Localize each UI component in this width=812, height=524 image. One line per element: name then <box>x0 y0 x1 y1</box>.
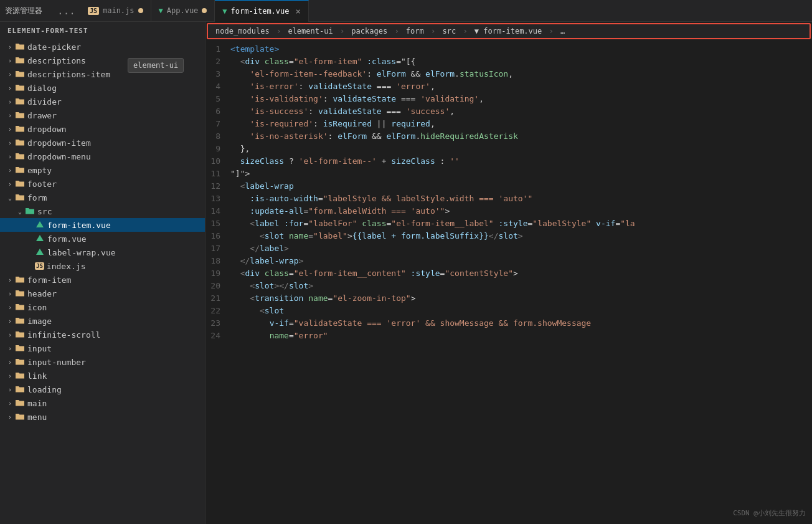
code-content: <div class="el-form-item__content" :styl… <box>230 267 807 280</box>
code-line: 20 <slot></slot> <box>205 280 812 292</box>
line-number: 3 <box>205 68 230 80</box>
code-line: 16 <slot name="label">{{label + form.lab… <box>205 230 812 242</box>
sidebar-item-src[interactable]: ⌄ src <box>0 204 205 218</box>
app-title: 资源管理器 <box>5 6 42 16</box>
breadcrumb-text: node_modules › element-ui › packages › f… <box>215 27 565 36</box>
code-content: <template> <box>230 43 807 55</box>
chevron-right-icon: › <box>5 124 15 134</box>
sidebar-item-infinite-scroll[interactable]: › infinite-scroll <box>0 328 205 341</box>
sidebar-item-link[interactable]: › link <box>0 369 205 383</box>
chevron-right-icon: › <box>5 110 15 120</box>
sidebar-item-footer[interactable]: › footer <box>0 177 205 191</box>
code-content: <label-wrap <box>230 180 807 193</box>
sidebar-label: divider <box>27 97 205 107</box>
line-number: 23 <box>205 317 230 330</box>
code-line: 17 </label> <box>205 242 812 255</box>
code-line: 21 <transition name="el-zoom-in-top"> <box>205 292 812 305</box>
code-line: 8 'is-no-asterisk': elForm && elForm.hid… <box>205 130 812 143</box>
code-line: 15 <label :for="labelFor" class="el-form… <box>205 217 812 230</box>
sidebar-item-main[interactable]: › main <box>0 396 205 410</box>
chevron-right-icon: › <box>5 398 15 408</box>
chevron-right-icon: › <box>5 302 15 312</box>
sidebar-item-menu[interactable]: › menu <box>0 410 205 424</box>
chevron-right-icon: › <box>5 384 15 394</box>
sidebar-item-form[interactable]: ⌄ form <box>0 191 205 204</box>
spacer <box>25 261 35 271</box>
sidebar-item-dialog[interactable]: › dialog <box>0 81 205 95</box>
code-line: 12 <label-wrap <box>205 180 812 193</box>
code-line: 5 'is-validating': validateState === 'va… <box>205 93 812 105</box>
sidebar-item-empty[interactable]: › empty <box>0 163 205 177</box>
chevron-right-icon: › <box>5 330 15 340</box>
sidebar-label: label-wrap.vue <box>47 248 205 257</box>
sidebar-item-divider[interactable]: › divider <box>0 95 205 108</box>
sidebar-label: form-item <box>27 275 205 285</box>
sidebar-item-dropdown-menu[interactable]: › dropdown-menu <box>0 150 205 163</box>
line-number: 4 <box>205 80 230 93</box>
code-line: 6 'is-success': validateState === 'succe… <box>205 105 812 118</box>
code-line: 24 name="error" <box>205 330 812 342</box>
chevron-right-icon: › <box>5 165 15 175</box>
sidebar-item-image[interactable]: › image <box>0 314 205 328</box>
sidebar-label: infinite-scroll <box>27 330 205 340</box>
folder-icon <box>15 138 25 148</box>
line-number: 12 <box>205 180 230 193</box>
folder-icon <box>15 275 25 285</box>
sidebar-label: src <box>37 207 205 216</box>
code-line: 10 sizeClass ? 'el-form-item--' + sizeCl… <box>205 155 812 168</box>
sidebar-item-loading[interactable]: › loading <box>0 383 205 396</box>
chevron-right-icon: › <box>5 179 15 189</box>
sidebar-label: input-number <box>27 358 205 367</box>
sidebar-item-label-wrap-vue[interactable]: label-wrap.vue <box>0 245 205 259</box>
tab-main-js[interactable]: JS main.js <box>80 0 151 22</box>
sidebar-label: loading <box>27 385 205 394</box>
code-content: 'is-error': validateState === 'error', <box>230 80 807 93</box>
line-number: 2 <box>205 55 230 68</box>
code-content: 'is-validating': validateState === 'vali… <box>230 93 807 105</box>
line-number: 15 <box>205 217 230 230</box>
close-icon[interactable]: × <box>296 6 301 16</box>
code-content: </label> <box>230 242 807 255</box>
code-content: :is-auto-width="labelStyle && labelStyle… <box>230 193 807 205</box>
sidebar-item-form-item-vue[interactable]: form-item.vue <box>0 218 205 232</box>
code-content: <transition name="el-zoom-in-top"> <box>230 292 807 305</box>
chevron-right-icon: › <box>5 412 15 422</box>
sidebar-label: main <box>27 399 205 408</box>
sidebar-item-index-js[interactable]: JS index.js <box>0 259 205 273</box>
folder-icon <box>15 42 25 52</box>
more-button[interactable]: ... <box>52 5 80 17</box>
svg-marker-0 <box>36 221 44 227</box>
sidebar-item-drawer[interactable]: › drawer <box>0 108 205 122</box>
line-number: 1 <box>205 43 230 55</box>
chevron-right-icon: › <box>5 97 15 107</box>
sidebar-label: input <box>27 344 205 353</box>
tooltip: element-ui <box>128 58 184 73</box>
code-line: 11"]"> <box>205 168 812 180</box>
sidebar-item-date-picker[interactable]: › date-picker <box>0 40 205 54</box>
sidebar-item-header[interactable]: › header <box>0 287 205 300</box>
sidebar-item-input-number[interactable]: › input-number <box>0 355 205 369</box>
vue-icon-2: ▼ <box>222 7 227 16</box>
sidebar-item-form-item[interactable]: › form-item <box>0 273 205 287</box>
sidebar-item-dropdown[interactable]: › dropdown <box>0 122 205 136</box>
sidebar-label: footer <box>27 179 205 189</box>
sidebar-label: icon <box>27 303 205 312</box>
code-line: 14 :update-all="form.labelWidth === 'aut… <box>205 205 812 217</box>
line-number: 20 <box>205 280 230 292</box>
tab-app-vue[interactable]: ▼ App.vue <box>151 0 215 22</box>
code-editor[interactable]: 1<template>2 <div class="el-form-item" :… <box>205 40 812 524</box>
folder-open-icon <box>15 193 25 202</box>
sidebar-item-form-vue[interactable]: form.vue <box>0 232 205 245</box>
code-content: name="error" <box>230 330 807 342</box>
sidebar-item-input[interactable]: › input <box>0 341 205 355</box>
chevron-right-icon: › <box>5 83 15 93</box>
tab-form-item-vue[interactable]: ▼ form-item.vue × <box>215 0 309 22</box>
code-content: 'is-success': validateState === 'success… <box>230 105 807 118</box>
code-content: 'is-required': isRequired || required, <box>230 118 807 130</box>
line-number: 19 <box>205 267 230 280</box>
main-area: ELEMENT-FORM-TEST › date-picker › descri… <box>0 22 812 524</box>
line-number: 10 <box>205 155 230 168</box>
sidebar-item-dropdown-item[interactable]: › dropdown-item <box>0 136 205 150</box>
sidebar-item-icon[interactable]: › icon <box>0 300 205 314</box>
chevron-right-icon: › <box>5 138 15 148</box>
